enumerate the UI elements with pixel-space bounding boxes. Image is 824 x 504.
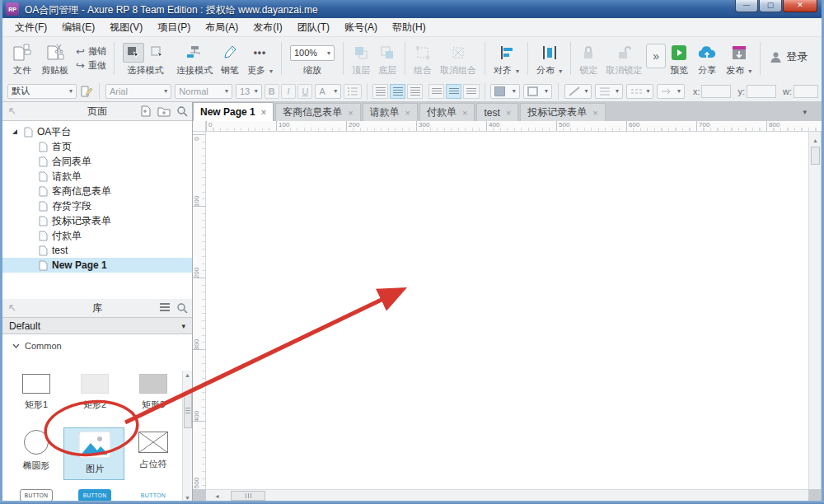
- search-icon[interactable]: [176, 302, 188, 314]
- login-button[interactable]: 登录: [765, 40, 812, 73]
- tab-list-dropdown-icon[interactable]: ▾: [803, 108, 807, 116]
- valign-bottom-button[interactable]: [463, 84, 479, 99]
- bold-button[interactable]: B: [265, 84, 279, 99]
- unlock-button[interactable]: 取消锁定: [602, 40, 646, 77]
- page-tree-root[interactable]: OA平台: [2, 124, 192, 139]
- style-preset-select[interactable]: 默认 ▾: [7, 84, 77, 99]
- close-icon[interactable]: ×: [405, 108, 410, 118]
- lock-button[interactable]: 锁定: [575, 40, 602, 77]
- fill-color-select[interactable]: ▾: [490, 84, 519, 99]
- select-intersect-button[interactable]: [123, 43, 144, 63]
- menu-account[interactable]: 账号(A): [337, 18, 385, 37]
- zoom-select[interactable]: 100% ▾: [290, 45, 335, 61]
- menu-hamburger-icon[interactable]: [159, 302, 171, 314]
- share-button[interactable]: 分享: [692, 40, 722, 77]
- font-color-select[interactable]: A ▾: [315, 84, 341, 99]
- ungroup-button[interactable]: 取消组合: [436, 40, 480, 77]
- page-tree-item[interactable]: 付款单: [2, 228, 192, 243]
- close-icon[interactable]: ×: [348, 108, 353, 118]
- scrollbar-thumb[interactable]: [184, 392, 192, 428]
- scroll-up-icon[interactable]: ▲: [185, 372, 190, 378]
- underline-button[interactable]: U: [297, 84, 312, 99]
- preview-button[interactable]: 预览: [666, 40, 692, 77]
- widget-rect2[interactable]: 矩形2: [66, 374, 124, 411]
- page-tree-item[interactable]: 客商信息表单: [2, 184, 192, 198]
- line-style-select[interactable]: ▾: [595, 84, 623, 99]
- undo-button[interactable]: ↩ 撤销: [76, 45, 106, 58]
- menu-team[interactable]: 团队(T): [290, 18, 337, 37]
- page-tree-item-selected[interactable]: New Page 1: [2, 258, 192, 273]
- edit-style-button[interactable]: [78, 83, 95, 100]
- add-folder-icon[interactable]: [157, 105, 171, 117]
- tab-supplier-form[interactable]: 客商信息表单 ×: [275, 103, 360, 121]
- tab-test[interactable]: test ×: [476, 103, 518, 121]
- tab-payment-request[interactable]: 请款单 ×: [363, 103, 418, 121]
- scrollbar-thumb[interactable]: [811, 147, 820, 165]
- page-tree-item[interactable]: test: [2, 243, 192, 258]
- pen-tool-button[interactable]: 钢笔: [217, 40, 243, 77]
- scroll-down-icon[interactable]: ▼: [185, 495, 190, 501]
- bring-to-front-button[interactable]: 顶层: [348, 40, 374, 77]
- redo-button[interactable]: ↪ 重做: [76, 59, 106, 72]
- design-canvas[interactable]: [206, 132, 808, 489]
- align-left-button[interactable]: [372, 84, 388, 99]
- page-tree-item[interactable]: 存货字段: [2, 198, 192, 213]
- close-icon[interactable]: ×: [462, 108, 467, 118]
- select-contain-button[interactable]: [147, 43, 168, 63]
- page-tree-item[interactable]: 首页: [2, 139, 192, 154]
- w-input[interactable]: [794, 85, 818, 98]
- close-icon[interactable]: ×: [592, 108, 597, 118]
- menu-file[interactable]: 文件(F): [7, 18, 54, 37]
- tab-bid-record-form[interactable]: 投标记录表单 ×: [520, 103, 605, 121]
- widget-rect3[interactable]: 矩形3: [124, 374, 182, 411]
- page-tree-item[interactable]: 合同表单: [2, 154, 192, 169]
- bullet-list-button[interactable]: [344, 84, 362, 99]
- align-center-button[interactable]: [390, 84, 405, 99]
- title-bar[interactable]: RP OA合同管理 - Axure RP 8 Team Edition : 授权…: [0, 0, 824, 18]
- y-input[interactable]: [747, 85, 776, 98]
- library-section-common[interactable]: Common: [2, 334, 192, 351]
- add-page-icon[interactable]: [140, 105, 152, 117]
- dash-style-select[interactable]: ▾: [626, 84, 654, 99]
- tab-new-page-1[interactable]: New Page 1 ×: [193, 102, 274, 121]
- align-right-button[interactable]: [407, 84, 423, 99]
- connect-mode-button[interactable]: 连接模式: [172, 40, 217, 77]
- widget-image[interactable]: 图片: [66, 432, 124, 475]
- x-input[interactable]: [701, 85, 731, 98]
- clipboard-tools-button[interactable]: 剪贴板: [37, 40, 73, 77]
- widget-rect1[interactable]: 矩形1: [7, 374, 65, 411]
- valign-top-button[interactable]: [428, 84, 444, 99]
- font-family-select[interactable]: Arial ▾: [105, 84, 171, 99]
- library-scrollbar[interactable]: ▲ ▼: [182, 371, 192, 502]
- maximize-button[interactable]: ▢: [759, 0, 782, 12]
- close-icon[interactable]: ×: [506, 108, 511, 118]
- tab-payment-form[interactable]: 付款单 ×: [419, 103, 475, 121]
- align-button[interactable]: 对齐 ▾: [489, 40, 523, 77]
- search-icon[interactable]: [176, 105, 188, 117]
- menu-project[interactable]: 项目(P): [150, 18, 198, 37]
- menu-help[interactable]: 帮助(H): [385, 18, 433, 37]
- toolbar-overflow-button[interactable]: »: [646, 44, 666, 68]
- more-tools-button[interactable]: ••• 更多 ▾: [243, 40, 277, 77]
- expand-triangle-icon[interactable]: [11, 128, 19, 136]
- line-width-select[interactable]: ▾: [564, 84, 592, 99]
- widget-placeholder[interactable]: 占位符: [124, 432, 182, 470]
- font-weight-select[interactable]: Normal ▾: [175, 84, 232, 99]
- widget-ellipse[interactable]: 椭圆形: [7, 430, 65, 472]
- distribute-button[interactable]: 分布 ▾: [532, 40, 566, 77]
- valign-middle-button[interactable]: [446, 84, 461, 99]
- scroll-left-icon[interactable]: ◄: [213, 492, 222, 501]
- horizontal-scrollbar[interactable]: ◄: [206, 489, 808, 502]
- arrow-style-select[interactable]: ▾: [657, 84, 685, 99]
- library-select[interactable]: Default ▾: [2, 318, 192, 334]
- file-tools-button[interactable]: 文件: [7, 40, 37, 77]
- scroll-up-icon[interactable]: ▲: [811, 136, 820, 145]
- menu-arrange[interactable]: 布局(A): [198, 18, 246, 37]
- italic-button[interactable]: I: [281, 84, 296, 99]
- vertical-scrollbar[interactable]: ▲: [808, 132, 821, 489]
- menu-publish[interactable]: 发布(I): [246, 18, 289, 37]
- minimize-button[interactable]: —: [735, 0, 758, 12]
- close-icon[interactable]: ×: [261, 107, 266, 117]
- close-button[interactable]: ✕: [783, 0, 817, 12]
- publish-button[interactable]: 发布 ▾: [722, 40, 756, 77]
